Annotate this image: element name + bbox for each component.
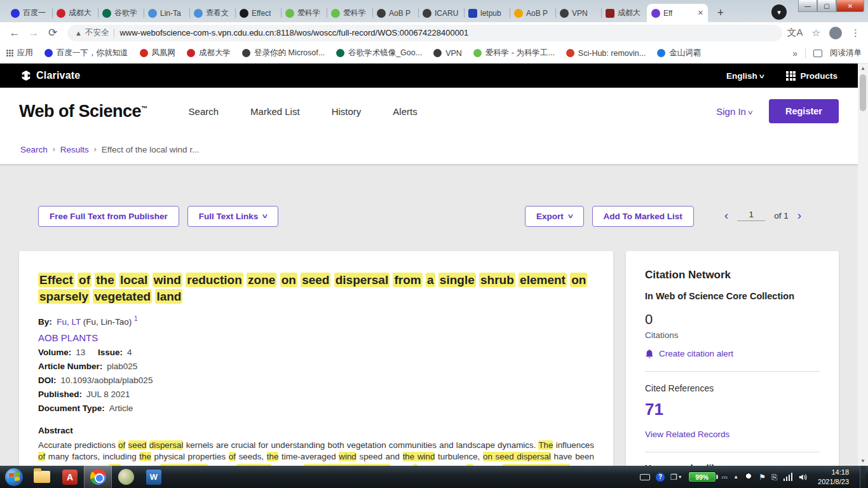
nav-search[interactable]: Search bbox=[189, 106, 219, 117]
network-signal-icon[interactable] bbox=[783, 473, 793, 481]
tab-title: 查看文 bbox=[206, 8, 229, 18]
nav-history[interactable]: History bbox=[332, 106, 362, 117]
back-icon[interactable]: ← bbox=[5, 27, 24, 39]
tab-close-icon[interactable]: ✕ bbox=[698, 9, 703, 17]
browser-tab[interactable]: 成都大 bbox=[601, 4, 647, 22]
browser-tab[interactable]: ICARU bbox=[418, 4, 464, 22]
menu-dots-icon[interactable]: ⋮ bbox=[851, 27, 860, 39]
sign-in-button[interactable]: Sign In ˅ bbox=[716, 106, 752, 117]
add-to-marked-list-button[interactable]: Add To Marked List bbox=[592, 206, 694, 227]
products-grid-icon bbox=[786, 71, 796, 81]
volume-icon[interactable] bbox=[798, 473, 807, 482]
cdu-square-favicon bbox=[606, 9, 614, 18]
wos-logo[interactable]: Web of Science™ bbox=[19, 102, 147, 121]
qq-icon[interactable] bbox=[744, 473, 753, 482]
word-button[interactable]: W bbox=[140, 466, 168, 488]
search-term-highlight: the bbox=[139, 452, 151, 461]
article-number-row: Article Number:plab025 bbox=[38, 362, 594, 371]
full-text-links-button[interactable]: Full Text Links˅ bbox=[187, 206, 278, 227]
bookmark-item[interactable]: 成都大学 bbox=[187, 48, 231, 58]
action-center-flag-icon[interactable]: ⚑ bbox=[759, 473, 766, 482]
browser-tab[interactable]: 百度一 bbox=[6, 4, 52, 22]
next-page-icon[interactable]: › bbox=[797, 208, 801, 222]
nav-marked-list[interactable]: Marked List bbox=[250, 106, 300, 117]
scroll-down-icon[interactable]: ▼ bbox=[860, 456, 865, 466]
browser-tab[interactable]: letpub bbox=[464, 4, 510, 22]
taskbar-clock[interactable]: 14:18 2021/8/23 bbox=[813, 468, 854, 487]
export-button[interactable]: Export˅ bbox=[525, 206, 584, 227]
chrome-button[interactable] bbox=[84, 466, 112, 488]
file-explorer-button[interactable] bbox=[28, 466, 56, 488]
nav-alerts[interactable]: Alerts bbox=[393, 106, 417, 117]
title-word-highlight: on bbox=[570, 273, 587, 287]
products-menu[interactable]: Products bbox=[786, 71, 837, 81]
register-button[interactable]: Register bbox=[769, 99, 839, 123]
page-scrollbar[interactable]: ▲ ▼ bbox=[858, 64, 868, 466]
browser-tab[interactable]: AoB P bbox=[372, 4, 418, 22]
minimize-button[interactable]: — bbox=[798, 0, 817, 12]
journal-link[interactable]: AOB PLANTS bbox=[38, 332, 98, 343]
page-number-input[interactable] bbox=[737, 210, 765, 221]
browser-tab[interactable]: 成都大 bbox=[52, 4, 98, 22]
close-button[interactable]: ✕ bbox=[836, 0, 864, 12]
bookmark-star-icon[interactable]: ☆ bbox=[812, 27, 820, 39]
bookmark-item[interactable]: 登录你的 Microsof... bbox=[242, 48, 325, 58]
forward-icon[interactable]: → bbox=[24, 27, 43, 39]
breadcrumb-search-link[interactable]: Search bbox=[20, 145, 48, 154]
bookmark-item[interactable]: 凤凰网 bbox=[140, 48, 176, 58]
bookmark-label: 凤凰网 bbox=[152, 48, 176, 58]
safely-remove-icon[interactable]: ⎘ bbox=[771, 473, 778, 482]
browser-avatar-icon[interactable] bbox=[829, 27, 842, 39]
prev-page-icon[interactable]: ‹ bbox=[724, 208, 728, 222]
apps-shortcut[interactable]: 应用 bbox=[6, 48, 33, 58]
author-link[interactable]: Fu, LT bbox=[57, 317, 81, 327]
create-citation-alert-button[interactable]: Create citation alert bbox=[645, 349, 820, 358]
clarivate-logo[interactable]: Clarivate bbox=[20, 70, 80, 81]
bookmark-item[interactable]: 金山词霸 bbox=[657, 48, 701, 58]
title-word-highlight: vegetated bbox=[93, 289, 152, 304]
bookmark-label: Sci-Hub: removin... bbox=[578, 49, 646, 58]
show-desktop-button[interactable] bbox=[860, 466, 865, 488]
reload-icon[interactable]: ⟳ bbox=[43, 26, 62, 39]
browser-tab[interactable]: 爱科学 bbox=[327, 4, 372, 22]
view-related-records-link[interactable]: View Related Records bbox=[645, 430, 820, 439]
acrobat-button[interactable]: A bbox=[56, 466, 84, 488]
bookmark-item[interactable]: Sci-Hub: removin... bbox=[566, 49, 646, 58]
scrollbar-thumb[interactable] bbox=[860, 74, 866, 111]
app-button[interactable] bbox=[112, 466, 140, 488]
bookmarks-overflow-icon[interactable]: » bbox=[792, 48, 797, 58]
cited-references-count[interactable]: 71 bbox=[645, 400, 820, 419]
free-full-text-button[interactable]: Free Full Text from Publisher bbox=[38, 206, 179, 227]
browser-tab[interactable]: 谷歌学 bbox=[98, 4, 144, 22]
scroll-up-icon[interactable]: ▲ bbox=[860, 64, 865, 73]
url-field[interactable]: ▲ 不安全 www-webofscience-com-s.vpn.cdu.edu… bbox=[67, 25, 782, 41]
battery-indicator[interactable]: 99% bbox=[688, 471, 716, 482]
tray-expand-icon[interactable]: ▲ bbox=[733, 474, 738, 480]
bookmark-item[interactable]: VPN bbox=[433, 49, 462, 58]
browser-tab[interactable]: 查看文 bbox=[189, 4, 235, 22]
bookmark-label: VPN bbox=[445, 49, 462, 58]
browser-tab[interactable]: Lin-Ta bbox=[144, 4, 189, 22]
doctype-row: Document Type:Article bbox=[38, 403, 594, 413]
browser-tab[interactable]: Effect bbox=[235, 4, 281, 22]
translate-icon[interactable]: 文A bbox=[787, 27, 803, 39]
reading-list-label[interactable]: 阅读清单 bbox=[830, 48, 862, 58]
language-selector[interactable]: English ˅ bbox=[726, 71, 763, 81]
windows-taskbar: A W ? ❐▼ 99% ⎓ ▲ ⚑ ⎘ 14:18 2021/8/23 bbox=[0, 466, 868, 488]
input-method-icon[interactable] bbox=[640, 474, 650, 480]
new-tab-button[interactable]: + bbox=[712, 4, 729, 22]
restore-button[interactable]: ▢ bbox=[817, 0, 836, 12]
browser-profile-button[interactable]: ▾ bbox=[771, 4, 787, 20]
breadcrumb-results-link[interactable]: Results bbox=[60, 145, 89, 154]
browser-tab[interactable]: AoB P bbox=[510, 4, 555, 22]
bookmark-item[interactable]: 百度一下，你就知道 bbox=[44, 48, 128, 58]
bookmark-item[interactable]: 谷歌学术镜像_Goo... bbox=[336, 48, 422, 58]
power-plug-icon[interactable]: ⎓ bbox=[722, 473, 728, 482]
browser-tab[interactable]: VPN bbox=[555, 4, 601, 22]
browser-tab[interactable]: 爱科学 bbox=[281, 4, 327, 22]
bookmark-item[interactable]: 爱科学 - 为科学工... bbox=[473, 48, 555, 58]
browser-tab[interactable]: Eff✕ bbox=[647, 4, 708, 22]
ime-help-icon[interactable]: ? bbox=[656, 473, 665, 482]
window-switch-icon[interactable]: ❐▼ bbox=[670, 473, 682, 482]
start-button[interactable] bbox=[0, 466, 28, 488]
